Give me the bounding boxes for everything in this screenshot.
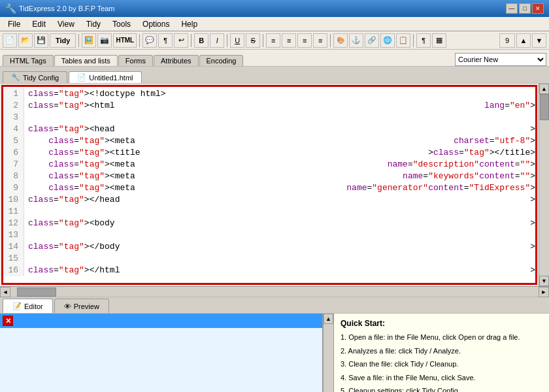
line-content[interactable]: class="tag"><meta <box>24 159 388 171</box>
menu-file[interactable]: File <box>3 18 25 30</box>
editor-scrollbar[interactable]: ▲ ▼ <box>539 84 549 286</box>
tab-attributes[interactable]: Attributes <box>154 55 198 66</box>
menu-options[interactable]: Options <box>137 18 175 30</box>
left-pane: ✕ <box>0 314 323 392</box>
doc-tab-tidy-config[interactable]: 🔧 Tidy Config <box>3 71 67 83</box>
close-x-button[interactable]: ✕ <box>3 316 13 326</box>
toolbar-img-btn[interactable]: 🖼️ <box>82 33 96 48</box>
toolbar-fontsize-down[interactable]: ▼ <box>532 33 546 48</box>
maximize-button[interactable]: □ <box>519 3 531 14</box>
close-button[interactable]: ✕ <box>532 3 544 14</box>
preview-icon: 👁 <box>64 302 71 310</box>
menu-tools[interactable]: Tools <box>107 18 136 30</box>
lower-pane: ✕ ▲ ▼ Quick Start: 1. Open a file: in th… <box>0 314 549 392</box>
toolbar-img2-btn[interactable]: 📷 <box>97 33 112 48</box>
line-content[interactable]: class="tag"></html <box>24 265 530 276</box>
line-content[interactable]: class="tag"><!doctype html> <box>24 88 535 100</box>
toolbar-special-btn[interactable]: ▦ <box>432 33 446 48</box>
line-number: 9 <box>3 182 24 194</box>
line-content[interactable]: class="tag"><html <box>24 100 484 112</box>
separator5 <box>263 34 263 47</box>
line-content[interactable] <box>24 112 535 123</box>
line-number: 11 <box>3 206 24 218</box>
line-content[interactable]: class="tag"><head <box>24 123 530 135</box>
toolbar-comment-btn[interactable]: 💬 <box>142 33 157 48</box>
toolbar-para-btn[interactable]: ¶ <box>158 33 173 48</box>
code-line-2: 2class="tag"><html lang="en"> <box>3 100 535 112</box>
doc-tabs: 🔧 Tidy Config 📄 Untitled1.html <box>0 67 549 84</box>
quickstart-item-1: 1. Open a file: in the File Menu, click … <box>341 332 542 343</box>
doc-tab-untitled[interactable]: 📄 Untitled1.html <box>69 71 141 83</box>
line-content[interactable]: class="tag"><meta <box>24 135 454 147</box>
line-content[interactable] <box>24 229 535 241</box>
line-content[interactable]: class="tag"></body <box>24 241 530 253</box>
menu-edit[interactable]: Edit <box>27 18 51 30</box>
line-content[interactable]: class="tag"><meta <box>24 171 403 182</box>
toolbar-anchor-btn[interactable]: ⚓ <box>349 33 363 48</box>
menu-tidy[interactable]: Tidy <box>81 18 106 30</box>
tab-preview[interactable]: 👁 Preview <box>54 299 109 313</box>
minimize-button[interactable]: — <box>506 3 518 14</box>
font-select[interactable]: Courier New <box>455 53 546 66</box>
tabbar: HTML Tags Tables and lists Forms Attribu… <box>0 50 549 67</box>
toolbar-html-btn[interactable]: HTML <box>113 33 137 48</box>
toolbar-fontsize-up[interactable]: ▲ <box>516 33 531 48</box>
line-number: 8 <box>3 171 24 182</box>
tab-tables-lists[interactable]: Tables and lists <box>54 55 118 66</box>
code-line-6: 6 class="tag"><title>class="tag"></title… <box>3 147 535 159</box>
editor-container: 1class="tag"><!doctype html>2class="tag"… <box>1 85 537 285</box>
separator3 <box>191 34 191 47</box>
toolbar-color-btn[interactable]: 🎨 <box>333 33 348 48</box>
tab-forms[interactable]: Forms <box>118 55 153 66</box>
toolbar-strike-btn[interactable]: S <box>246 33 260 48</box>
toolbar-fontsize-input[interactable]: 9 <box>499 33 515 48</box>
toolbar-align-center-btn[interactable]: ≡ <box>282 33 296 48</box>
line-content[interactable] <box>24 206 535 218</box>
tab-html-tags[interactable]: HTML Tags <box>3 55 54 66</box>
app-icon: 🔧 <box>5 3 16 14</box>
toolbar-align-justify-btn[interactable]: ≡ <box>313 33 327 48</box>
tab-editor[interactable]: 📝 Editor <box>3 299 53 313</box>
lower-pane-scroll[interactable]: ▲ ▼ <box>323 314 333 392</box>
line-content[interactable]: class="tag"><body <box>24 218 530 229</box>
tab-editor-label: Editor <box>24 302 43 310</box>
quickstart-item-5: 5. Cleanup settings: click Tidy Config. <box>341 385 542 392</box>
line-content[interactable]: class="tag"><title <box>24 147 428 159</box>
left-pane-header: ✕ <box>0 314 322 328</box>
toolbar-link-btn[interactable]: 🔗 <box>365 33 379 48</box>
separator4 <box>227 34 227 47</box>
toolbar-save-btn[interactable]: 💾 <box>34 33 48 48</box>
code-line-14: 14class="tag"></body> <box>3 241 535 253</box>
toolbar-underline-btn[interactable]: U <box>230 33 244 48</box>
code-line-5: 5 class="tag"><meta charset="utf-8"> <box>3 135 535 147</box>
toolbar-align-right-btn[interactable]: ≡ <box>297 33 312 48</box>
tab-encoding[interactable]: Encoding <box>199 55 244 66</box>
line-content[interactable]: class="tag"><meta <box>24 182 346 194</box>
app-title: TidExpress 2.0 by B.F.P Team <box>19 5 115 12</box>
titlebar: 🔧 TidExpress 2.0 by B.F.P Team — □ ✕ <box>0 0 549 17</box>
toolbar-para2-btn[interactable]: ¶ <box>416 33 431 48</box>
toolbar-arrow-btn[interactable]: ↩ <box>174 33 188 48</box>
toolbar-copy-btn[interactable]: 📋 <box>396 33 410 48</box>
toolbar-italic-btn[interactable]: I <box>210 33 224 48</box>
html-file-icon: 📄 <box>77 73 86 82</box>
line-number: 10 <box>3 194 24 206</box>
editor-content[interactable]: 1class="tag"><!doctype html>2class="tag"… <box>3 87 535 283</box>
toolbar-new-btn[interactable]: 📄 <box>3 33 17 48</box>
toolbar-globe-btn[interactable]: 🌐 <box>380 33 395 48</box>
line-number: 6 <box>3 147 24 159</box>
quickstart-item-3: 3. Clean the file: click Tidy / Cleanup. <box>341 359 542 370</box>
editor-icon: 📝 <box>12 302 22 310</box>
toolbar-align-left-btn[interactable]: ≡ <box>266 33 280 48</box>
separator <box>78 34 79 47</box>
left-pane-content[interactable] <box>0 328 322 392</box>
tidy-button[interactable]: Tidy <box>50 33 76 48</box>
menu-help[interactable]: Help <box>176 18 203 30</box>
doc-tab-tidy-label: Tidy Config <box>23 74 59 82</box>
line-content[interactable] <box>24 253 535 265</box>
toolbar-open-btn[interactable]: 📂 <box>18 33 33 48</box>
h-scrollbar[interactable]: ◄ ► <box>0 286 549 297</box>
menu-view[interactable]: View <box>52 18 80 30</box>
line-content[interactable]: class="tag"></head <box>24 194 530 206</box>
toolbar-bold-btn[interactable]: B <box>194 33 208 48</box>
